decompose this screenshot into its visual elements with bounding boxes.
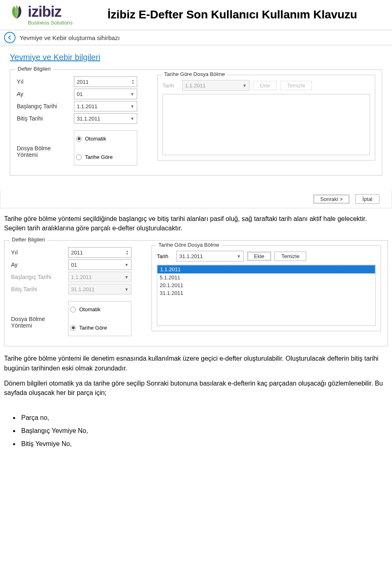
section-title: Yevmiye ve Kebir bilgileri [10,53,382,62]
tarih-input-disabled: 1.1.2011 ▼ [182,80,249,91]
bullet-item: Parça no, [20,411,388,424]
sonraki-button[interactable]: Sonraki > [313,194,350,204]
ay-input[interactable]: 01 ▼ [68,259,131,270]
radio-icon[interactable] [70,307,76,312]
panel2-wrapper: Defter Bilgileri Yıl 2011 ▲▼ Ay 01 ▼ [0,239,392,348]
radio-icon[interactable] [70,325,76,331]
chevron-down-icon: ▼ [130,116,134,121]
logo-subtext: Business Solutions [28,20,73,26]
chevron-down-icon: ▼ [237,254,241,259]
tarih-bolme-fieldset: Tarihe Göre Dosya Bölme Tarih 1.1.2011 ▼… [157,75,375,161]
ekle-button[interactable]: Ekle [247,252,271,261]
ay-value: 01 [71,262,77,268]
bullet-item: Bitiş Yevmiye No, [20,437,388,451]
iptal-button[interactable]: İptal [355,194,379,204]
chevron-down-icon: ▼ [125,275,129,279]
chevron-down-icon: ▼ [130,104,134,109]
bitis-label-disabled: Bitiş Tarihi [11,286,64,292]
chevron-down-icon: ▼ [125,263,129,267]
bolme-radio-group-2: Otomatik Tarihe Göre [68,301,131,336]
ay-label: Ay [11,261,64,268]
bitis-value: 31.1.2011 [71,286,95,292]
chevron-down-icon: ▼ [243,83,247,88]
yil-input[interactable]: 2011 ▲▼ [68,247,131,258]
tarih-label: Tarih [163,83,179,89]
tarihe-gore-radio-label: Tarihe Göre [85,154,113,160]
defter-legend-2: Defter Bilgileri [9,236,47,243]
yil-label: Yıl [11,249,64,256]
wizard-body-1: Yevmiye ve Kebir bilgileri Defter Bilgil… [0,45,392,178]
otomatik-radio-label: Otomatik [79,306,100,312]
paragraph-3: Dönem bilgileri otomatik ya da tarihe gö… [0,379,392,403]
baslangic-value: 1.1.2011 [71,274,92,280]
otomatik-radio-row[interactable]: Otomatik [70,306,129,312]
baslangic-value: 1.1.2011 [77,103,98,109]
tarih-bolme-legend: Tarihe Göre Dosya Bölme [162,71,227,77]
bitis-value: 31.1.2011 [77,116,100,122]
tarih-label: Tarih [157,253,173,259]
otomatik-radio-row[interactable]: Otomatik [76,136,135,142]
radio-icon[interactable] [76,136,82,142]
list-item[interactable]: 31.1.2011 [157,289,375,297]
baslangic-input[interactable]: 1.1.2011 ▼ [74,101,137,112]
list-item[interactable]: 1.1.2011 [157,265,375,274]
tarih-value: 31.1.2011 [179,253,203,259]
defter-fieldset-2: Defter Bilgileri Yıl 2011 ▲▼ Ay 01 ▼ [4,240,388,346]
wizard-bar: Yevmiye ve Kebir oluşturma sihirbazı [0,30,392,45]
bullet-item: Başlangıç Yevmiye No, [20,424,388,437]
radio-icon[interactable] [76,154,82,160]
baslangic-label-disabled: Başlangıç Tarihi [11,274,64,280]
document-title: İzibiz E-Defter Son Kullanıcı Kullanım K… [81,8,384,21]
tarih-value: 1.1.2011 [185,83,206,89]
date-listbox[interactable]: 1.1.2011 5.1.2011 20.1.2011 31.1.2011 [157,265,376,326]
list-item[interactable]: 20.1.2011 [157,281,375,289]
paragraph-2: Tarihe göre bölme yöntemi ile denetim es… [0,348,392,378]
temizle-button: Temizle [280,81,312,90]
tarihe-gore-radio-label: Tarihe Göre [79,325,107,331]
yil-input[interactable]: 2011 ▲▼ [74,76,137,87]
ekle-button: Ekle [253,81,277,90]
wizard-footer: Sonraki > İptal [0,190,392,208]
chevron-down-icon: ▼ [130,92,134,96]
bitis-input-disabled: 31.1.2011 ▼ [68,284,131,294]
bitis-label: Bitiş Tarihi [17,115,70,122]
logo-text: izibiz [28,4,61,19]
bitis-input[interactable]: 31.1.2011 ▼ [74,113,137,124]
bullet-list: Parça no, Başlangıç Yevmiye No, Bitiş Ye… [0,410,392,459]
tarihe-gore-radio-row[interactable]: Tarihe Göre [76,154,135,160]
yil-value: 2011 [77,79,89,85]
spinner-icon[interactable]: ▲▼ [126,250,129,255]
bolme-radio-group: Otomatik Tarihe Göre [74,130,137,165]
defter-fieldset: Defter Bilgileri Yıl 2011 ▲▼ Ay 01 ▼ [10,69,382,176]
date-listbox-empty [163,94,370,155]
wizard-title: Yevmiye ve Kebir oluşturma sihirbazı [20,34,120,41]
baslangic-label: Başlangıç Tarihi [17,103,70,109]
back-icon[interactable] [4,32,16,43]
yil-label: Yıl [17,78,70,85]
yil-value: 2011 [71,250,83,256]
ay-label: Ay [17,91,70,97]
list-item[interactable]: 5.1.2011 [157,274,375,281]
spinner-icon[interactable]: ▲▼ [131,79,134,85]
logo: izibiz Business Solutions [8,3,73,26]
bolme-label: Dosya Bölme Yöntemi [17,145,70,158]
paragraph-1: Tarihe göre bölme yöntemi seçildiğinde b… [0,208,392,239]
otomatik-radio-label: Otomatik [85,136,106,142]
temizle-button[interactable]: Temizle [274,252,306,261]
tarih-bolme-fieldset-2: Tarihe Göre Dosya Bölme Tarih 31.1.2011 … [151,245,381,331]
ay-input[interactable]: 01 ▼ [74,89,137,99]
leaf-icon [8,3,25,20]
tarihe-gore-radio-row[interactable]: Tarihe Göre [70,325,129,331]
tarih-bolme-legend-2: Tarihe Göre Dosya Bölme [156,242,222,248]
tarih-input[interactable]: 31.1.2011 ▼ [176,251,244,261]
chevron-down-icon: ▼ [125,287,129,292]
baslangic-input-disabled: 1.1.2011 ▼ [68,272,131,282]
page-header: izibiz Business Solutions İzibiz E-Defte… [0,0,392,27]
ay-value: 01 [77,91,82,97]
defter-legend: Defter Bilgileri [15,66,53,72]
bolme-label: Dosya Bölme Yöntemi [11,316,64,329]
